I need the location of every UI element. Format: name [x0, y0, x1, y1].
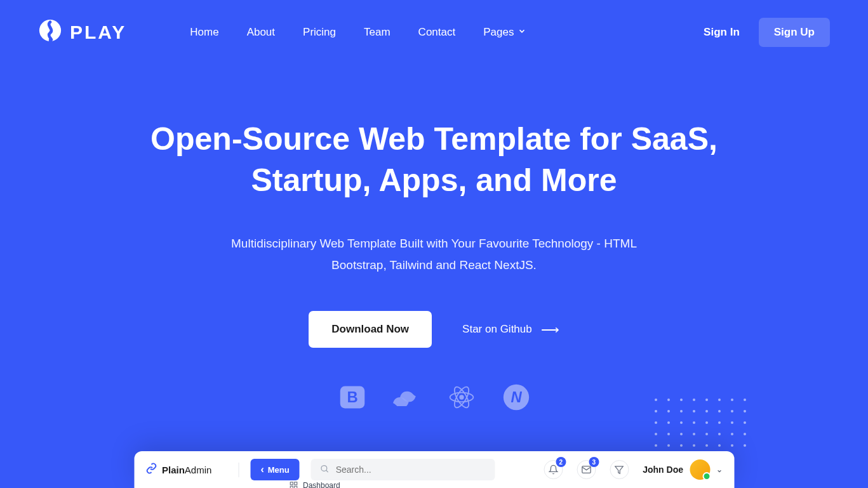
user-menu[interactable]: John Doe ⌄ — [643, 459, 723, 480]
tailwind-icon — [393, 383, 421, 411]
svg-text:N: N — [511, 389, 522, 406]
github-star-link[interactable]: Star on Github ⟶ — [462, 322, 559, 337]
nav-team[interactable]: Team — [364, 26, 391, 39]
chevron-down-icon: ⌄ — [716, 465, 723, 474]
svg-marker-12 — [615, 466, 624, 473]
logo-text: PLAY — [70, 22, 126, 43]
svg-text:B: B — [347, 389, 357, 406]
search-icon — [320, 464, 330, 475]
hero-title: Open-Source Web Template for SaaS, Start… — [149, 119, 720, 201]
dashboard-preview: PlainAdmin Menu 2 3 John Doe ⌄ Dashboard — [134, 451, 734, 488]
svg-rect-14 — [294, 482, 297, 485]
nextjs-icon: N — [502, 383, 530, 411]
nav-contact[interactable]: Contact — [418, 26, 456, 39]
nav-home[interactable]: Home — [190, 26, 218, 39]
hero-subtitle: Multidisciplinary Web Template Built wit… — [206, 233, 663, 276]
preview-right: 2 3 John Doe ⌄ — [544, 459, 723, 480]
notification-button[interactable]: 2 — [544, 460, 563, 479]
filter-icon — [615, 465, 624, 475]
header: PLAY Home About Pricing Team Contact Pag… — [0, 0, 868, 65]
filter-button[interactable] — [610, 460, 629, 479]
search-box[interactable] — [311, 459, 495, 480]
nav-about[interactable]: About — [247, 26, 275, 39]
signin-link[interactable]: Sign In — [704, 26, 740, 39]
preview-brand-text: PlainAdmin — [162, 465, 211, 475]
search-input[interactable] — [336, 465, 486, 475]
signup-button[interactable]: Sign Up — [759, 18, 830, 47]
chevron-down-icon — [517, 26, 526, 39]
preview-brand: PlainAdmin — [145, 463, 239, 477]
svg-point-9 — [321, 466, 327, 472]
decorative-dots — [655, 399, 747, 447]
nav-pages[interactable]: Pages — [483, 26, 526, 39]
avatar — [690, 459, 710, 480]
download-button[interactable]: Download Now — [309, 311, 432, 348]
mail-icon — [581, 465, 591, 475]
arrow-right-icon: ⟶ — [541, 322, 559, 337]
user-name: John Doe — [643, 465, 683, 475]
bootstrap-icon: B — [338, 383, 366, 411]
link-icon — [145, 463, 157, 477]
logo-icon — [38, 18, 62, 47]
mail-badge: 3 — [589, 457, 599, 467]
nav-pages-label: Pages — [483, 26, 514, 39]
svg-line-10 — [326, 470, 328, 472]
bell-icon — [548, 465, 558, 475]
svg-rect-13 — [290, 482, 293, 485]
logo[interactable]: PLAY — [38, 18, 126, 47]
mail-button[interactable]: 3 — [577, 460, 596, 479]
nav-pricing[interactable]: Pricing — [303, 26, 336, 39]
svg-point-3 — [460, 396, 464, 400]
react-icon — [448, 383, 476, 411]
github-star-label: Star on Github — [462, 323, 532, 336]
menu-button[interactable]: Menu — [250, 459, 299, 480]
auth-links: Sign In Sign Up — [704, 18, 830, 47]
main-nav: Home About Pricing Team Contact Pages — [190, 26, 691, 39]
grid-icon — [289, 481, 298, 488]
notification-badge: 2 — [556, 457, 566, 467]
hero: Open-Source Web Template for SaaS, Start… — [0, 65, 868, 411]
dashboard-label: Dashboard — [289, 481, 340, 488]
cta-row: Download Now Star on Github ⟶ — [0, 311, 868, 348]
